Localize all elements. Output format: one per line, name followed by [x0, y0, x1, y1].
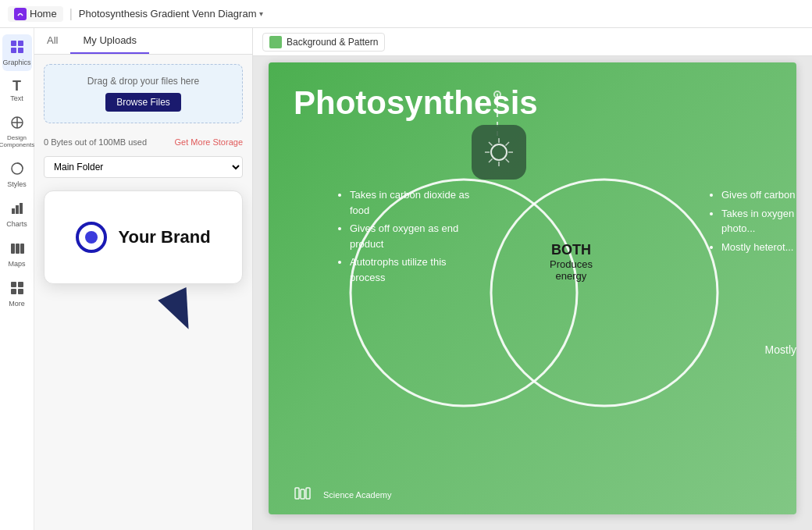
beakers-icon	[294, 486, 317, 503]
bg-pattern-label: Background & Pattern	[287, 37, 378, 48]
text-label: Text	[10, 94, 23, 102]
left-item-2: Gives off oxygen as end product	[350, 221, 472, 251]
cursor-arrow	[158, 287, 202, 336]
svg-rect-4	[18, 48, 23, 53]
sidebar-item-charts[interactable]: Charts	[2, 196, 32, 233]
canvas-area: Background & Pattern Photosynthesis	[253, 28, 812, 530]
svg-rect-3	[11, 48, 16, 53]
sidebar-icons: Graphics T Text Design Components Styles…	[0, 28, 34, 530]
right-item-2: Takes in oxygen by photo...	[721, 206, 796, 237]
canva-icon	[14, 8, 27, 20]
design-label: Design Components	[0, 134, 34, 148]
home-label: Home	[30, 8, 57, 20]
both-label: BOTH Producesenergy	[550, 242, 593, 282]
svg-rect-14	[20, 244, 24, 254]
maps-icon	[9, 240, 25, 258]
title-chevron[interactable]: ▾	[259, 9, 263, 18]
upload-drag-text: Drag & drop your files here	[55, 76, 231, 87]
panel-tabs: All My Uploads	[34, 28, 252, 55]
svg-rect-17	[11, 289, 16, 294]
svg-rect-2	[18, 41, 23, 46]
svg-line-27	[489, 159, 493, 163]
svg-line-24	[489, 142, 493, 146]
venn-container: Takes in carbon dioxide as food Gives of…	[315, 133, 796, 514]
bg-color-swatch	[269, 36, 282, 48]
science-footer: Science Academy	[294, 486, 391, 503]
styles-label: Styles	[7, 180, 27, 188]
tab-my-uploads[interactable]: My Uploads	[70, 28, 149, 54]
design-icon	[9, 115, 25, 133]
both-title: BOTH	[550, 242, 593, 258]
styles-icon	[9, 161, 25, 179]
folder-select[interactable]: Main Folder	[44, 156, 243, 178]
svg-rect-31	[301, 489, 304, 499]
slide-canvas: Photosynthesis	[269, 62, 796, 514]
tab-all[interactable]: All	[34, 28, 70, 54]
svg-rect-11	[20, 203, 23, 214]
text-icon: T	[12, 79, 21, 93]
brand-logo-inner	[85, 231, 98, 244]
brand-card: Your Brand	[44, 190, 243, 284]
right-item-1: Gives off carbon dioxide	[721, 187, 796, 203]
svg-point-29	[491, 180, 718, 406]
sidebar-item-styles[interactable]: Styles	[2, 156, 32, 193]
left-panel: All My Uploads Drag & drop your files he…	[34, 28, 253, 530]
slide-title: Photosynthesis	[294, 84, 538, 122]
sidebar-item-maps[interactable]: Maps	[2, 236, 32, 272]
brand-name: Your Brand	[118, 227, 210, 247]
canvas-top-bar: Background & Pattern	[253, 28, 812, 56]
home-button[interactable]: Home	[8, 6, 63, 22]
storage-used: 0 Bytes out of 100MB used	[44, 137, 147, 147]
left-venn-text: Takes in carbon dioxide as food Gives of…	[339, 187, 472, 288]
bg-pattern-badge[interactable]: Background & Pattern	[262, 33, 385, 52]
sidebar-item-graphics[interactable]: Graphics	[2, 34, 32, 71]
get-storage-link[interactable]: Get More Storage	[175, 137, 243, 147]
sidebar-item-text[interactable]: T Text	[2, 74, 32, 107]
brand-logo	[76, 222, 107, 253]
more-label: More	[9, 300, 25, 308]
left-item-3: Autotrophs utilize this process	[350, 254, 472, 285]
more-icon	[9, 280, 25, 298]
svg-rect-16	[18, 282, 23, 287]
graphics-label: Graphics	[3, 59, 31, 66]
storage-info: 0 Bytes out of 100MB used Get More Stora…	[34, 133, 252, 151]
charts-label: Charts	[6, 220, 27, 228]
upload-zone: Drag & drop your files here Browse Files	[44, 64, 243, 123]
main-layout: Graphics T Text Design Components Styles…	[0, 28, 812, 530]
svg-rect-32	[306, 488, 310, 499]
browse-files-button[interactable]: Browse Files	[105, 93, 181, 112]
svg-rect-13	[16, 244, 20, 254]
both-subtitle: Producesenergy	[550, 258, 593, 282]
svg-rect-10	[16, 205, 19, 214]
graphics-icon	[9, 39, 25, 57]
charts-icon	[9, 201, 25, 219]
sidebar-item-design[interactable]: Design Components	[2, 110, 32, 153]
sidebar-item-more[interactable]: More	[2, 276, 32, 312]
svg-rect-1	[11, 41, 16, 46]
svg-line-26	[506, 142, 510, 146]
mostly-text: Mostly	[765, 343, 796, 356]
top-bar: Home | Photosynthesis Gradient Venn Diag…	[0, 0, 812, 28]
left-item-1: Takes in carbon dioxide as food	[350, 187, 472, 218]
brand-card-container: Your Brand	[44, 190, 243, 284]
svg-line-25	[506, 159, 510, 163]
right-item-3: Mostly heterot...	[721, 240, 796, 255]
science-academy-label: Science Academy	[323, 490, 391, 500]
maps-label: Maps	[8, 260, 25, 268]
svg-rect-30	[295, 488, 299, 499]
svg-rect-15	[11, 282, 16, 287]
folder-select-row: Main Folder	[34, 151, 252, 183]
right-venn-text: Gives off carbon dioxide Takes in oxygen…	[710, 187, 796, 258]
document-title: Photosynthesis Gradient Venn Diagram ▾	[79, 8, 264, 20]
svg-rect-12	[11, 244, 15, 254]
svg-rect-9	[12, 208, 15, 214]
svg-rect-18	[18, 289, 23, 294]
svg-point-19	[491, 144, 507, 160]
